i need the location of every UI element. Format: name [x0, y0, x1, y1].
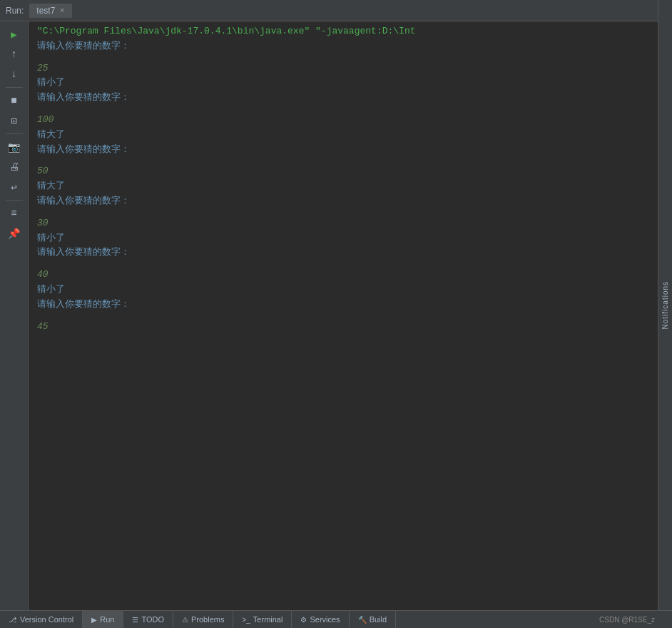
console-line: "C:\Program Files\Java\jdk-17.0.4.1\bin\…	[31, 24, 672, 39]
run-tab[interactable]: test7 ✕	[29, 4, 72, 18]
console-line: 猜大了	[31, 179, 672, 194]
pin-button[interactable]: 📌	[4, 225, 24, 242]
tab-terminal[interactable]: >_ Terminal	[233, 611, 292, 628]
run-icon: ▶	[91, 616, 97, 624]
console-line: 猜小了	[31, 231, 672, 246]
tab-version-control-label: Version Control	[20, 615, 73, 624]
camera-button[interactable]: 📷	[4, 138, 24, 156]
console-line: 50	[31, 164, 672, 179]
separator-1	[6, 87, 23, 88]
tab-todo[interactable]: ☰ TODO	[123, 611, 173, 628]
tab-terminal-label: Terminal	[253, 615, 283, 624]
console-spacer	[31, 209, 672, 216]
console-line: 请输入你要猜的数字：	[31, 91, 672, 106]
console-line: 30	[31, 216, 672, 231]
bottom-bar: ⎇ Version Control ▶ Run ☰ TODO ⚠ Problem…	[0, 610, 672, 628]
console-line: 25	[31, 61, 672, 76]
console-output[interactable]: "C:\Program Files\Java\jdk-17.0.4.1\bin\…	[29, 21, 672, 610]
restore-button[interactable]: ↩	[4, 178, 24, 196]
tab-run-label: Run	[100, 615, 114, 624]
console-spacer	[31, 157, 672, 164]
separator-3	[6, 200, 23, 201]
console-line: 请输入你要猜的数字：	[31, 194, 672, 209]
separator-2	[6, 133, 23, 134]
menu-button[interactable]: ≡	[4, 205, 24, 222]
console-line: 请输入你要猜的数字：	[31, 245, 672, 260]
build-icon: 🔨	[358, 616, 367, 624]
rerun-button[interactable]: ⊡	[4, 112, 24, 129]
tab-todo-label: TODO	[141, 615, 164, 624]
console-spacer	[31, 260, 672, 268]
up-button[interactable]: ↑	[4, 46, 24, 63]
main-area: ▶ ↑ ↓ ■ ⊡ 📷 🖨 ↩ ≡ 📌 "C:\Program Files\Ja…	[0, 21, 672, 610]
console-spacer	[31, 54, 672, 61]
tab-problems[interactable]: ⚠ Problems	[173, 611, 233, 628]
tab-services-label: Services	[310, 615, 340, 624]
run-label: Run:	[6, 6, 24, 16]
console-line: 猜小了	[31, 76, 672, 91]
left-toolbar: ▶ ↑ ↓ ■ ⊡ 📷 🖨 ↩ ≡ 📌	[0, 21, 29, 610]
tab-run[interactable]: ▶ Run	[83, 611, 123, 628]
down-button[interactable]: ↓	[4, 66, 24, 83]
services-icon: ⚙	[300, 616, 307, 624]
notifications-sidebar[interactable]: Notifications	[658, 21, 672, 610]
todo-icon: ☰	[132, 616, 138, 624]
bottom-tabs: ⎇ Version Control ▶ Run ☰ TODO ⚠ Problem…	[0, 611, 396, 628]
console-line: 100	[31, 113, 672, 128]
watermark: CSDN @R1SE_z	[599, 616, 672, 624]
console-spacer	[31, 313, 672, 320]
tab-name: test7	[36, 6, 55, 16]
console-line: 猜大了	[31, 128, 672, 143]
version-control-icon: ⎇	[9, 616, 17, 624]
print-button[interactable]: 🖨	[4, 158, 24, 176]
notifications-label: Notifications	[661, 281, 669, 329]
tab-close-icon[interactable]: ✕	[59, 6, 65, 14]
tab-build-label: Build	[370, 615, 387, 624]
console-line: 40	[31, 268, 672, 283]
console-line: 请输入你要猜的数字：	[31, 298, 672, 313]
run-button[interactable]: ▶	[4, 26, 24, 43]
console-line: 请输入你要猜的数字：	[31, 143, 672, 158]
console-spacer	[31, 106, 672, 113]
tab-build[interactable]: 🔨 Build	[350, 611, 396, 628]
tab-problems-label: Problems	[191, 615, 224, 624]
tab-services[interactable]: ⚙ Services	[292, 611, 349, 628]
console-line: 45	[31, 320, 672, 335]
tab-version-control[interactable]: ⎇ Version Control	[0, 611, 83, 628]
problems-icon: ⚠	[182, 616, 188, 624]
terminal-icon: >_	[242, 616, 250, 624]
top-bar: Run: test7 ✕ ⚙	[0, 0, 672, 21]
stop-button[interactable]: ■	[4, 92, 24, 109]
console-line: 请输入你要猜的数字：	[31, 39, 672, 54]
console-line: 猜小了	[31, 283, 672, 298]
